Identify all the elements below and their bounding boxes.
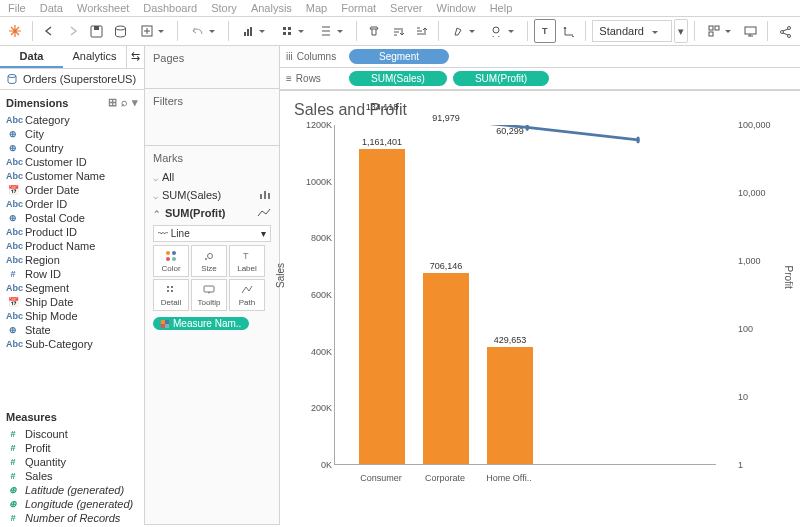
sortdesc-button[interactable]: [313, 19, 350, 43]
svg-rect-31: [167, 290, 169, 292]
asc-sort-button[interactable]: [387, 19, 409, 43]
share-button[interactable]: [774, 19, 796, 43]
field-category[interactable]: AbcCategory: [0, 113, 144, 127]
label-toggle[interactable]: T: [534, 19, 556, 43]
pill-sumprofit[interactable]: SUM(Profit): [453, 71, 549, 86]
pages-shelf[interactable]: Pages: [153, 52, 271, 64]
swap-button[interactable]: [235, 19, 272, 43]
field-row-id[interactable]: #Row ID: [0, 267, 144, 281]
columns-shelf[interactable]: iiiColumns Segment: [280, 46, 800, 68]
marks-size[interactable]: Size: [191, 245, 227, 277]
menu-map[interactable]: Map: [306, 2, 327, 14]
group-button[interactable]: [484, 19, 521, 43]
chart-area[interactable]: 0K200K400K600K800K1000K1200KSales 1,161,…: [294, 125, 786, 485]
measures-header: Measures: [6, 411, 57, 423]
field-quantity[interactable]: #Quantity: [0, 455, 144, 469]
fix-axes-button[interactable]: [558, 19, 580, 43]
marks-all[interactable]: ⌵All: [153, 168, 271, 186]
search-icon[interactable]: ⌕: [121, 96, 128, 109]
field-discount[interactable]: #Discount: [0, 427, 144, 441]
plot-area[interactable]: 1,161,401706,146429,653134,11891,97960,2…: [334, 125, 716, 465]
menu-file[interactable]: File: [8, 2, 26, 14]
svg-rect-4: [244, 32, 246, 36]
datasource-item[interactable]: Orders (SuperstoreUS): [0, 69, 144, 90]
marks-label[interactable]: TLabel: [229, 245, 265, 277]
view-grid-icon[interactable]: ⊞: [108, 96, 117, 109]
y-axis-left[interactable]: 0K200K400K600K800K1000K1200KSales: [294, 125, 334, 465]
marks-sumprofit[interactable]: ⌃SUM(Profit): [153, 204, 271, 222]
svg-point-36: [636, 137, 639, 144]
tab-analytics[interactable]: Analytics: [63, 46, 126, 68]
field-sub-category[interactable]: AbcSub-Category: [0, 337, 144, 351]
highlight-button[interactable]: [445, 19, 482, 43]
rows-icon: ≡: [286, 73, 292, 84]
field-order-date[interactable]: 📅Order Date: [0, 183, 144, 197]
fit-caret[interactable]: ▾: [674, 19, 688, 43]
clear-button[interactable]: [363, 19, 385, 43]
marks-tooltip[interactable]: Tooltip: [191, 279, 227, 311]
undo-dropdown[interactable]: [183, 19, 222, 43]
side-pane: Pages Filters Marks ⌵All ⌵SUM(Sales) ⌃SU…: [145, 46, 280, 525]
y-axis-right[interactable]: 1101001,00010,000100,000Profit: [736, 125, 786, 465]
filters-shelf[interactable]: Filters: [153, 95, 271, 107]
new-sheet-button[interactable]: [134, 19, 171, 43]
menu-server[interactable]: Server: [390, 2, 422, 14]
menu-analysis[interactable]: Analysis: [251, 2, 292, 14]
desc-sort-button[interactable]: [411, 19, 433, 43]
marks-sumsales[interactable]: ⌵SUM(Sales): [153, 186, 271, 204]
x-axis[interactable]: ConsumerCorporateHome Offi..: [334, 465, 716, 485]
menu-data[interactable]: Data: [40, 2, 63, 14]
tab-data[interactable]: Data: [0, 46, 63, 68]
back-button[interactable]: [39, 19, 61, 43]
pill-measure-names[interactable]: Measure Nam..: [153, 317, 249, 330]
field-city[interactable]: ⊕City: [0, 127, 144, 141]
menu-story[interactable]: Story: [211, 2, 237, 14]
mark-type-selector[interactable]: 〰 Line▾: [153, 225, 271, 242]
pill-sumsales[interactable]: SUM(Sales): [349, 71, 447, 86]
field-customer-id[interactable]: AbcCustomer ID: [0, 155, 144, 169]
field-customer-name[interactable]: AbcCustomer Name: [0, 169, 144, 183]
tableau-logo[interactable]: [4, 19, 26, 43]
field-product-id[interactable]: AbcProduct ID: [0, 225, 144, 239]
field-profit[interactable]: #Profit: [0, 441, 144, 455]
forward-button[interactable]: [62, 19, 84, 43]
svg-rect-30: [171, 286, 173, 288]
dim-menu-icon[interactable]: ▾: [132, 96, 138, 109]
save-button[interactable]: [86, 19, 108, 43]
field-order-id[interactable]: AbcOrder ID: [0, 197, 144, 211]
svg-point-25: [172, 257, 176, 261]
field-longitude-generated-[interactable]: ⊕Longitude (generated): [0, 497, 144, 511]
fit-selector[interactable]: Standard: [592, 20, 672, 42]
svg-point-22: [166, 251, 170, 255]
svg-point-2: [116, 26, 126, 30]
field-postal-code[interactable]: ⊕Postal Code: [0, 211, 144, 225]
menu-format[interactable]: Format: [341, 2, 376, 14]
menu-worksheet[interactable]: Worksheet: [77, 2, 129, 14]
field-ship-mode[interactable]: AbcShip Mode: [0, 309, 144, 323]
field-state[interactable]: ⊕State: [0, 323, 144, 337]
field-segment[interactable]: AbcSegment: [0, 281, 144, 295]
pill-segment[interactable]: Segment: [349, 49, 449, 64]
menu-help[interactable]: Help: [490, 2, 513, 14]
field-country[interactable]: ⊕Country: [0, 141, 144, 155]
menu-dashboard[interactable]: Dashboard: [143, 2, 197, 14]
field-latitude-generated-[interactable]: ⊕Latitude (generated): [0, 483, 144, 497]
field-sales[interactable]: #Sales: [0, 469, 144, 483]
field-ship-date[interactable]: 📅Ship Date: [0, 295, 144, 309]
showme-cards[interactable]: [701, 19, 738, 43]
field-region[interactable]: AbcRegion: [0, 253, 144, 267]
menu-window[interactable]: Window: [437, 2, 476, 14]
marks-color[interactable]: Color: [153, 245, 189, 277]
marks-path[interactable]: Path: [229, 279, 265, 311]
presentation-button[interactable]: [740, 19, 762, 43]
rows-shelf[interactable]: ≡Rows SUM(Sales) SUM(Profit): [280, 68, 800, 90]
connect-icon[interactable]: ⇆: [126, 46, 144, 68]
bar-icon: [259, 190, 271, 200]
marks-detail[interactable]: Detail: [153, 279, 189, 311]
svg-rect-11: [709, 26, 713, 30]
field-product-name[interactable]: AbcProduct Name: [0, 239, 144, 253]
field-number-of-records[interactable]: #Number of Records: [0, 511, 144, 525]
sortasc-button[interactable]: [274, 19, 311, 43]
new-datasource-button[interactable]: [110, 19, 132, 43]
svg-rect-33: [204, 286, 214, 292]
